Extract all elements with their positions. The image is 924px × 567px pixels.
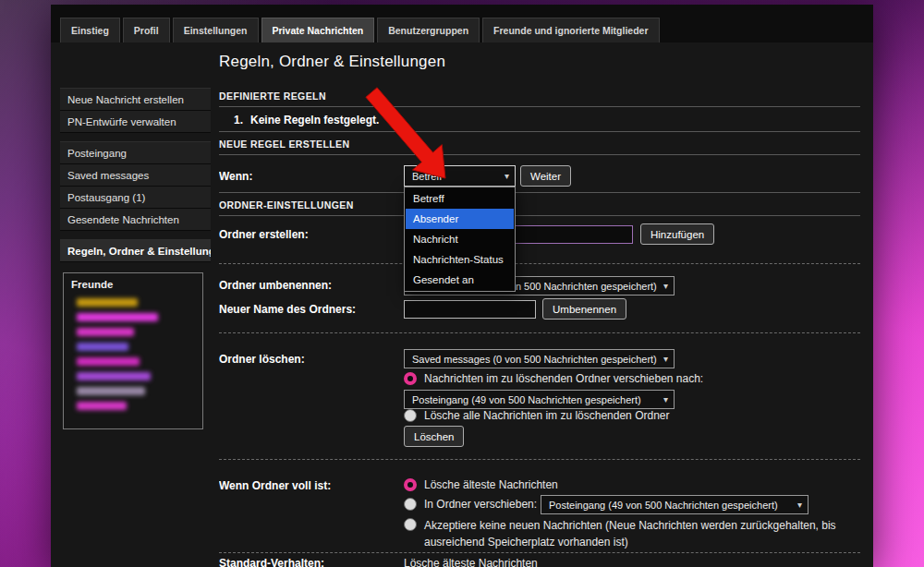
dropdown-option-absender[interactable]: Absender (406, 209, 514, 229)
friend-name-redacted[interactable] (77, 357, 140, 366)
radio-full-delete-oldest[interactable] (404, 478, 417, 491)
dropdown-option-nachricht[interactable]: Nachricht (406, 229, 514, 249)
tab-private-nachrichten[interactable]: Private Nachrichten (261, 18, 375, 42)
umbenennen-button[interactable]: Umbenennen (542, 298, 626, 320)
separator (219, 552, 860, 553)
radio-move-messages-label: Nachrichten im zu löschenden Ordner vers… (424, 372, 703, 385)
friend-name-redacted[interactable] (77, 328, 134, 336)
radio-full-delete-oldest-label: Lösche älteste Nachrichten (424, 478, 558, 491)
friends-title: Freunde (71, 279, 195, 290)
separator (219, 459, 860, 460)
delete-folder-select[interactable]: Saved messages (0 von 500 Nachrichten ge… (404, 349, 675, 368)
section-header-ordner-einstellungen: ORDNER-EINSTELLUNGEN (219, 199, 860, 216)
sidebar-item-saved-messages[interactable]: Saved messages (60, 164, 211, 187)
ordner-umbenennen-label: Ordner umbenennen: (219, 279, 332, 292)
radio-full-hold-label: Akzeptiere keine neuen Nachrichten (Neue… (424, 517, 866, 550)
section-header-neue-regel: NEUE REGEL ERSTELLEN (219, 139, 860, 155)
tab-freunde-ignorierte[interactable]: Freunde und ignorierte Mitglieder (482, 18, 659, 42)
friend-name-redacted[interactable] (77, 313, 158, 321)
rule-condition-value: Betreff (412, 171, 442, 182)
friends-box: Freunde (63, 272, 203, 429)
radio-full-move-label: In Ordner verschieben: (424, 498, 537, 511)
sidebar-item-postausgang[interactable]: Postausgang (1) (60, 187, 211, 209)
neuer-name-label: Neuer Name des Ordners: (219, 303, 356, 316)
sidebar-group-settings: Regeln, Ordner & Einstellungen (60, 239, 211, 262)
standard-verhalten-label: Standard-Verhalten: (219, 557, 324, 567)
move-target-select[interactable]: Posteingang (49 von 500 Nachrichten gesp… (404, 390, 675, 409)
wenn-label: Wenn: (219, 170, 252, 183)
radio-delete-all[interactable] (404, 409, 417, 422)
hinzufuegen-button[interactable]: Hinzufügen (640, 223, 714, 245)
friends-list (71, 298, 195, 410)
weiter-button[interactable]: Weiter (520, 165, 571, 187)
rule-condition-dropdown: Betreff Absender Nachricht Nachrichten-S… (404, 187, 516, 292)
tab-bar: Einstieg Profil Einstellungen Private Na… (51, 5, 873, 42)
new-folder-name-input[interactable] (404, 300, 536, 319)
friend-name-redacted[interactable] (77, 372, 151, 380)
friend-name-redacted[interactable] (77, 298, 138, 307)
radio-delete-all-label: Lösche alle Nachrichten im zu löschenden… (424, 409, 669, 422)
friend-name-redacted[interactable] (77, 387, 145, 395)
rule-number: 1. (234, 114, 243, 127)
sidebar-group-folders: Posteingang Saved messages Postausgang (… (60, 141, 211, 231)
sidebar-group-compose: Neue Nachricht erstellen PN-Entwürfe ver… (60, 88, 211, 133)
tab-einstellungen[interactable]: Einstellungen (173, 18, 259, 42)
separator (219, 131, 860, 132)
sidebar-item-posteingang[interactable]: Posteingang (60, 142, 211, 164)
sidebar-item-neue-nachricht-erstellen[interactable]: Neue Nachricht erstellen (60, 89, 211, 111)
friend-name-redacted[interactable] (77, 343, 128, 351)
wenn-ordner-voll-label: Wenn Ordner voll ist: (219, 479, 331, 492)
section-header-definierte-regeln: DEFINIERTE REGELN (219, 90, 860, 107)
page-title: Regeln, Ordner & Einstellungen (219, 53, 445, 71)
sidebar-item-regeln-ordner-einstellungen[interactable]: Regeln, Ordner & Einstellungen (60, 240, 211, 262)
settings-window: Einstieg Profil Einstellungen Private Na… (51, 5, 873, 567)
dropdown-option-nachrichten-status[interactable]: Nachrichten-Status (406, 249, 514, 270)
dropdown-option-betreff[interactable]: Betreff (406, 188, 514, 209)
tab-einstieg[interactable]: Einstieg (60, 18, 120, 42)
tab-profil[interactable]: Profil (123, 18, 170, 42)
chevron-down-icon (658, 355, 668, 364)
loeschen-button[interactable]: Löschen (404, 426, 464, 447)
ordner-loeschen-label: Ordner löschen: (219, 353, 305, 366)
radio-full-hold[interactable] (404, 518, 417, 531)
separator (219, 263, 860, 264)
chevron-down-icon (499, 172, 509, 181)
full-move-target-select[interactable]: Posteingang (49 von 500 Nachrichten gesp… (541, 495, 808, 514)
rule-empty-label: Keine Regeln festgelegt. (250, 114, 379, 127)
tab-benutzergruppen[interactable]: Benutzergruppen (377, 18, 480, 42)
standard-verhalten-value: Lösche älteste Nachrichten (404, 557, 538, 567)
main-panel: Regeln, Ordner & Einstellungen DEFINIERT… (219, 42, 866, 567)
chevron-down-icon (658, 282, 668, 291)
radio-move-messages[interactable] (404, 372, 417, 385)
dropdown-option-gesendet-an[interactable]: Gesendet an (406, 270, 514, 290)
sidebar: Neue Nachricht erstellen PN-Entwürfe ver… (60, 88, 211, 271)
chevron-down-icon (792, 501, 802, 510)
radio-full-move[interactable] (404, 498, 417, 511)
ordner-erstellen-label: Ordner erstellen: (219, 228, 309, 241)
sidebar-item-pn-entwuerfe[interactable]: PN-Entwürfe verwalten (60, 111, 211, 133)
chevron-down-icon (658, 395, 668, 404)
rule-condition-select[interactable]: Betreff (404, 165, 516, 187)
friend-name-redacted[interactable] (77, 402, 127, 410)
separator (219, 192, 860, 193)
full-move-target-value: Posteingang (49 von 500 Nachrichten gesp… (549, 500, 778, 511)
move-target-value: Posteingang (49 von 500 Nachrichten gesp… (412, 394, 641, 405)
delete-folder-value: Saved messages (0 von 500 Nachrichten ge… (412, 354, 657, 365)
separator (219, 332, 860, 333)
desktop: Einstieg Profil Einstellungen Private Na… (0, 0, 924, 567)
no-rules-text: 1.Keine Regeln festgelegt. (234, 114, 379, 127)
sidebar-item-gesendete-nachrichten[interactable]: Gesendete Nachrichten (60, 209, 211, 231)
